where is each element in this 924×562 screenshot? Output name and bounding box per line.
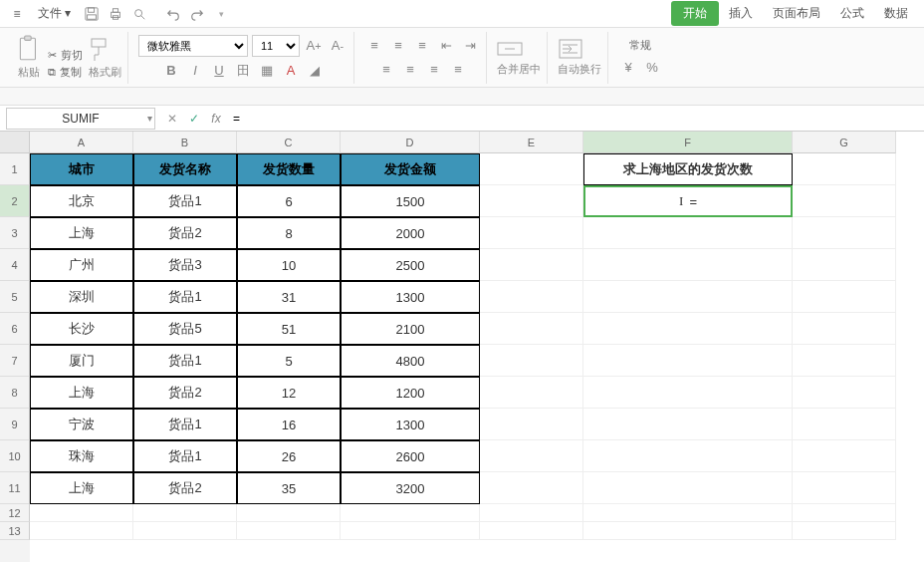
cell-qty[interactable]: 8 [237,217,341,249]
hamburger-icon[interactable]: ≡ [6,3,28,25]
cell[interactable] [793,409,896,440]
cell-product[interactable]: 货品1 [133,440,237,472]
number-format-select[interactable]: 常规 [629,38,651,53]
cell[interactable] [583,249,793,281]
cell[interactable] [583,281,793,313]
redo-icon[interactable] [186,3,208,25]
cell-qty[interactable]: 12 [237,377,341,409]
row-header[interactable]: 11 [0,472,30,504]
merge-icon[interactable] [497,38,541,60]
cell[interactable] [583,345,793,377]
cell[interactable] [480,249,583,281]
col-header[interactable]: E [480,132,583,153]
confirm-edit-icon[interactable]: ✓ [183,108,205,130]
bold-button[interactable]: B [161,61,181,81]
header-amount[interactable]: 发货金额 [341,153,480,185]
cell[interactable] [793,185,896,217]
align-center-icon[interactable]: ≡ [400,60,420,80]
paste-icon[interactable] [16,35,42,63]
cell[interactable] [793,522,896,540]
cell-city[interactable]: 上海 [30,217,133,249]
col-header[interactable]: G [793,132,896,153]
cell[interactable] [793,217,896,249]
cell-qty[interactable]: 26 [237,440,341,472]
cancel-edit-icon[interactable]: ✕ [161,108,183,130]
indent-increase-icon[interactable]: ⇥ [460,36,480,56]
cell-city[interactable]: 广州 [30,249,133,281]
row-header[interactable]: 7 [0,345,30,377]
row-header[interactable]: 5 [0,281,30,313]
fx-icon[interactable]: fx [205,108,227,130]
header-qty[interactable]: 发货数量 [237,153,341,185]
cell[interactable] [480,345,583,377]
cell-product[interactable]: 货品2 [133,472,237,504]
row-header[interactable]: 2 [0,185,30,217]
cell[interactable] [480,185,583,217]
cell[interactable] [480,281,583,313]
cell-city[interactable]: 长沙 [30,313,133,345]
cell-product[interactable]: 货品3 [133,249,237,281]
cell-amount[interactable]: 3200 [341,472,480,504]
tab-insert[interactable]: 插入 [719,1,763,26]
tab-start[interactable]: 开始 [671,1,719,26]
border-button[interactable]: 田 [233,61,253,81]
cell-qty[interactable]: 35 [237,472,341,504]
cell[interactable] [793,504,896,522]
cell[interactable] [480,504,583,522]
cell-city[interactable]: 上海 [30,472,133,504]
cell[interactable] [793,440,896,472]
cell[interactable] [793,313,896,345]
cell[interactable] [30,522,133,540]
cell[interactable] [480,522,583,540]
cell[interactable] [480,409,583,440]
cell-city[interactable]: 厦门 [30,345,133,377]
cell[interactable] [583,440,793,472]
cell-qty[interactable]: 51 [237,313,341,345]
align-right-icon[interactable]: ≡ [424,60,444,80]
row-header[interactable]: 6 [0,313,30,345]
name-box[interactable]: SUMIF ▾ [6,108,155,130]
wrap-icon[interactable] [558,38,601,60]
cell[interactable] [583,217,793,249]
cell-amount[interactable]: 1300 [341,281,480,313]
cell[interactable] [583,409,793,440]
font-color-button[interactable]: A [281,61,301,81]
row-header[interactable]: 8 [0,377,30,409]
cell[interactable] [341,504,480,522]
header-city[interactable]: 城市 [30,153,133,185]
cell-amount[interactable]: 1500 [341,185,480,217]
align-top-icon[interactable]: ≡ [364,36,384,56]
cell[interactable] [793,249,896,281]
cell[interactable] [237,504,341,522]
italic-button[interactable]: I [185,61,205,81]
font-name-select[interactable]: 微软雅黑 [138,35,248,57]
cell-city[interactable]: 珠海 [30,440,133,472]
formula-input[interactable] [227,108,924,130]
cell[interactable] [133,522,237,540]
cell-amount[interactable]: 2600 [341,440,480,472]
cell-city[interactable]: 上海 [30,377,133,409]
cell[interactable] [583,522,793,540]
save-icon[interactable] [81,3,103,25]
cell[interactable] [793,472,896,504]
cell-amount[interactable]: 1300 [341,409,480,440]
row-header[interactable]: 12 [0,504,30,522]
cell-qty[interactable]: 31 [237,281,341,313]
cell-qty[interactable]: 16 [237,409,341,440]
cell[interactable] [480,377,583,409]
cell-amount[interactable]: 2000 [341,217,480,249]
align-middle-icon[interactable]: ≡ [388,36,408,56]
tab-data[interactable]: 数据 [874,1,918,26]
cell-product[interactable]: 货品2 [133,377,237,409]
cut-button[interactable]: ✂ 剪切 [48,48,83,63]
cell-product[interactable]: 货品2 [133,217,237,249]
cell-amount[interactable]: 2500 [341,249,480,281]
active-cell-f2[interactable]: I= [583,185,793,217]
justify-icon[interactable]: ≡ [448,60,468,80]
cell[interactable] [793,153,896,185]
undo-icon[interactable] [162,3,184,25]
highlight-button[interactable]: ◢ [305,61,325,81]
cell-product[interactable]: 货品1 [133,345,237,377]
row-header[interactable]: 1 [0,153,30,185]
cell-amount[interactable]: 1200 [341,377,480,409]
